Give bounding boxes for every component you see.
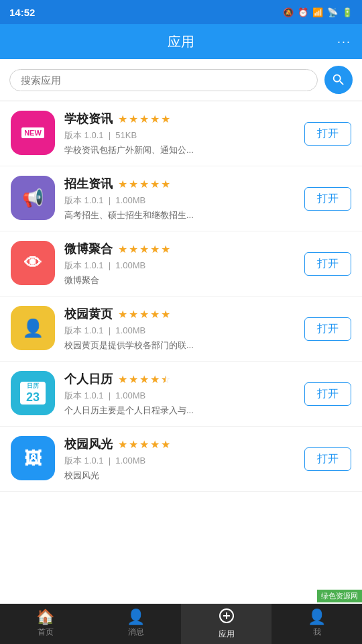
apps-icon — [219, 608, 235, 627]
app-info-app-3: 微博聚合 ★★★★★ 版本 1.0.1 | 1.00MB 微博聚合 — [64, 241, 296, 286]
status-time: 14:52 — [9, 7, 35, 18]
watermark: 绿色资源网 — [317, 590, 362, 602]
app-meta: 版本 1.0.1 | 1.00MB — [64, 455, 296, 467]
app-stars: ★★★★★ — [118, 178, 170, 191]
open-button[interactable]: 打开 — [304, 252, 351, 276]
app-desc: 微博聚合 — [64, 274, 296, 286]
me-icon: 👤 — [308, 610, 326, 625]
nav-home-label: 首页 — [38, 627, 54, 638]
open-button[interactable]: 打开 — [304, 122, 351, 146]
app-list-item: 📢 招生资讯 ★★★★★ 版本 1.0.1 | 1.00MB 高考招生、硕士招生… — [0, 166, 362, 231]
app-info-app-2: 招生资讯 ★★★★★ 版本 1.0.1 | 1.00MB 高考招生、硕士招生和继… — [64, 176, 296, 221]
app-name-row: 招生资讯 ★★★★★ — [64, 176, 296, 192]
app-name-row: 学校资讯 ★★★★★ — [64, 111, 296, 127]
battery-icon: 🔋 — [342, 7, 353, 17]
app-list-item: 👤 校园黄页 ★★★★★ 版本 1.0.1 | 1.00MB 校园黄页是提供学校… — [0, 297, 362, 362]
app-meta: 版本 1.0.1 | 1.00MB — [64, 325, 296, 337]
nav-me-label: 我 — [313, 627, 321, 638]
app-list: NEW 学校资讯 ★★★★★ 版本 1.0.1 | 51KB 学校资讯包括广外新… — [0, 101, 362, 604]
app-stars: ★★★★★ — [118, 243, 170, 256]
app-name-row: 校园风光 ★★★★★ — [64, 436, 296, 452]
app-name: 校园黄页 — [64, 306, 113, 322]
app-meta: 版本 1.0.1 | 51KB — [64, 129, 296, 142]
more-button[interactable]: ··· — [337, 35, 351, 49]
app-list-item: 👁 微博聚合 ★★★★★ 版本 1.0.1 | 1.00MB 微博聚合 打开 — [0, 231, 362, 297]
app-info-app-4: 校园黄页 ★★★★★ 版本 1.0.1 | 1.00MB 校园黄页是提供学校各部… — [64, 306, 296, 352]
signal-icon: 📡 — [327, 7, 338, 17]
nav-item-apps[interactable]: 应用 — [181, 604, 272, 644]
app-icon-app-4: 👤 — [11, 306, 55, 350]
app-stars: ★★★★☆★ — [118, 373, 170, 386]
app-list-item: 日历 23 个人日历 ★★★★☆★ 版本 1.0.1 | 1.00MB 个人日历… — [0, 362, 362, 427]
open-button[interactable]: 打开 — [304, 447, 351, 471]
app-icon-app-5: 日历 23 — [11, 371, 55, 415]
header-title: 应用 — [168, 33, 194, 51]
open-button[interactable]: 打开 — [304, 317, 351, 341]
home-icon: 🏠 — [36, 610, 54, 625]
search-icon — [331, 72, 346, 87]
bell-muted-icon: 🔕 — [283, 7, 294, 17]
message-icon: 👤 — [127, 610, 145, 625]
app-desc: 校园风光 — [64, 470, 296, 482]
open-button[interactable]: 打开 — [304, 382, 351, 406]
app-desc: 个人日历主要是个人日程录入与... — [64, 405, 296, 417]
app-info-app-6: 校园风光 ★★★★★ 版本 1.0.1 | 1.00MB 校园风光 — [64, 436, 296, 482]
nav-message-label: 消息 — [128, 627, 144, 638]
app-info-app-1: 学校资讯 ★★★★★ 版本 1.0.1 | 51KB 学校资讯包括广外新闻、通知… — [64, 111, 296, 156]
app-name-row: 个人日历 ★★★★☆★ — [64, 371, 296, 387]
app-stars: ★★★★★ — [118, 438, 170, 451]
app-icon-app-2: 📢 — [11, 176, 55, 220]
app-list-item: 🖼 校园风光 ★★★★★ 版本 1.0.1 | 1.00MB 校园风光 打开 — [0, 427, 362, 492]
app-icon-app-1: NEW — [11, 111, 55, 155]
app-name: 学校资讯 — [64, 111, 113, 127]
bottom-nav: 🏠 首页 👤 消息 应用 👤 我 — [0, 604, 362, 644]
nav-apps-label: 应用 — [219, 629, 235, 640]
app-icon-app-3: 👁 — [11, 241, 55, 285]
nav-item-home[interactable]: 🏠 首页 — [0, 604, 90, 644]
app-name-row: 微博聚合 ★★★★★ — [64, 241, 296, 257]
app-desc: 校园黄页是提供学校各部门的联... — [64, 339, 296, 352]
app-name: 招生资讯 — [64, 176, 113, 192]
search-bar — [0, 59, 362, 101]
status-bar: 14:52 🔕 ⏰ 📶 📡 🔋 — [0, 0, 362, 24]
app-name-row: 校园黄页 ★★★★★ — [64, 306, 296, 322]
app-icon-app-6: 🖼 — [11, 436, 55, 480]
app-meta: 版本 1.0.1 | 1.00MB — [64, 195, 296, 207]
wifi-icon: 📶 — [312, 7, 323, 17]
search-input[interactable] — [9, 69, 318, 91]
app-name: 微博聚合 — [64, 241, 113, 257]
app-stars: ★★★★★ — [118, 113, 170, 125]
app-name: 校园风光 — [64, 436, 113, 452]
app-meta: 版本 1.0.1 | 1.00MB — [64, 260, 296, 272]
app-list-item: NEW 学校资讯 ★★★★★ 版本 1.0.1 | 51KB 学校资讯包括广外新… — [0, 101, 362, 166]
status-icons: 🔕 ⏰ 📶 📡 🔋 — [283, 7, 353, 17]
nav-item-message[interactable]: 👤 消息 — [90, 604, 181, 644]
search-button[interactable] — [324, 66, 353, 94]
alarm-icon: ⏰ — [298, 7, 308, 17]
app-meta: 版本 1.0.1 | 1.00MB — [64, 390, 296, 402]
open-button[interactable]: 打开 — [304, 187, 351, 211]
app-header: 应用 ··· — [0, 24, 362, 59]
app-desc: 学校资讯包括广外新闻、通知公... — [64, 144, 296, 156]
app-info-app-5: 个人日历 ★★★★☆★ 版本 1.0.1 | 1.00MB 个人日历主要是个人日… — [64, 371, 296, 417]
app-name: 个人日历 — [64, 371, 113, 387]
nav-item-me[interactable]: 👤 我 — [272, 604, 362, 644]
app-stars: ★★★★★ — [118, 308, 170, 321]
app-desc: 高考招生、硕士招生和继教招生... — [64, 209, 296, 221]
